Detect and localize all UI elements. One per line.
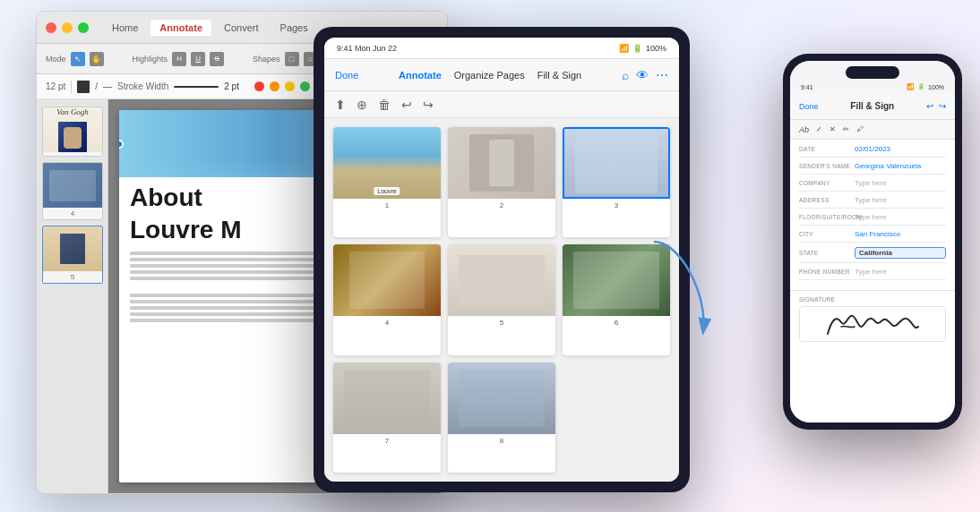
iphone-battery-icon: 🔋 [917, 83, 925, 90]
minimize-button[interactable] [62, 22, 73, 33]
thumb-4-image [43, 163, 102, 208]
ipad-page-num-5: 5 [448, 316, 555, 329]
form-row-phone: PHONE NUMBER Type here [799, 268, 946, 280]
selection-handle[interactable] [119, 140, 124, 149]
ipad-thumb-1-image: Louvre [333, 127, 441, 199]
tab-convert[interactable]: Convert [215, 20, 268, 36]
ipad-thumb-1[interactable]: Louvre 1 [333, 127, 441, 237]
ipad-eye-icon[interactable]: 👁 [636, 68, 649, 82]
ipad-time: 9:41 Mon Jun 22 [337, 44, 397, 53]
iphone-notch [790, 61, 955, 81]
highlight-icon[interactable]: H [172, 52, 186, 66]
color-red[interactable] [254, 81, 264, 91]
ipad-thumb-7[interactable]: 7 [333, 363, 441, 473]
thumb-page-5[interactable]: 5 [42, 226, 103, 284]
iphone-app: 9:41 📶 🔋 100% Done Fill & Sign ↩ ↪ Ab ✓ … [783, 54, 962, 430]
ipad-redo-icon[interactable]: ↪ [423, 98, 434, 112]
form-value-sender[interactable]: Georgina Valenzuela [855, 162, 946, 170]
form-value-date[interactable]: 02/01/2023 [855, 145, 946, 153]
ipad-thumb-2[interactable]: 2 [448, 127, 555, 237]
thumb-page-4[interactable]: 4 [42, 162, 103, 220]
ipad-insert-icon[interactable]: ⊕ [357, 98, 367, 112]
vg-face [64, 127, 82, 149]
ipad-trash-icon[interactable]: 🗑 [378, 98, 391, 112]
thumb-4-content [49, 170, 97, 201]
hand-icon[interactable]: ✋ [90, 52, 104, 66]
color-yellow[interactable] [285, 81, 295, 91]
rect-icon[interactable]: □ [285, 52, 299, 66]
iphone-time: 9:41 [801, 84, 813, 90]
form-value-floor[interactable]: Type here [855, 213, 946, 221]
ipad-page-num-8: 8 [448, 434, 555, 448]
form-row-city: CITY San Francisco [799, 230, 946, 243]
thumb-5-art [43, 226, 102, 271]
ab-icon[interactable]: Ab [799, 125, 809, 134]
iphone-stamp-sub-icon[interactable]: 🖊 [856, 125, 864, 133]
ipad-nav-fill[interactable]: Fill & Sign [537, 70, 582, 81]
iphone-status-bar: 9:41 📶 🔋 100% [790, 81, 955, 93]
tab-home[interactable]: Home [103, 20, 147, 36]
ipad-more-icon[interactable]: ⋯ [656, 68, 668, 82]
iphone-pen-sub-icon[interactable]: ✏ [843, 125, 849, 133]
form-value-phone[interactable]: Type here [855, 268, 946, 276]
ipad-nav-organize[interactable]: Organize Pages [454, 70, 525, 81]
color-green[interactable] [300, 81, 310, 91]
tab-pages[interactable]: Pages [271, 20, 317, 36]
line-tool-icon[interactable]: — [103, 81, 112, 91]
fullscreen-button[interactable] [78, 22, 89, 33]
thumb-page-1[interactable]: Van Gogh [42, 107, 103, 157]
thumb-num-5: 5 [43, 271, 102, 283]
ipad-thumbnail-grid: Louvre 1 2 3 [324, 118, 679, 482]
ipad-thumb-4[interactable]: 4 [333, 244, 441, 354]
form-value-state[interactable]: California [855, 247, 946, 259]
dynamic-island [846, 66, 899, 79]
ipad-nav-bar: Done Annotate Organize Pages Fill & Sign… [324, 59, 679, 91]
menu-tabs: Home Annotate Convert Pages [103, 20, 317, 36]
stroke-width-label: Stroke Width [117, 81, 168, 91]
ipad-wifi-icon: 📶 [619, 44, 629, 53]
thumb-num-1 [43, 152, 102, 156]
signature-image[interactable] [799, 306, 946, 342]
body-line-5 [130, 277, 337, 280]
form-label-address: ADDRESS [799, 197, 855, 203]
iphone-undo-icon[interactable]: ↩ [926, 101, 933, 111]
tab-annotate[interactable]: Annotate [150, 20, 211, 36]
pen-tool-icon[interactable]: / [95, 81, 98, 91]
iphone-done-button[interactable]: Done [799, 102, 819, 111]
iphone-inner: 9:41 📶 🔋 100% Done Fill & Sign ↩ ↪ Ab ✓ … [790, 61, 955, 422]
iphone-redo-icon[interactable]: ↪ [939, 101, 946, 111]
ipad-search-icon[interactable]: ⌕ [622, 68, 629, 82]
ipad-page-num-1: 1 [333, 199, 441, 212]
arch-content [575, 132, 658, 193]
form-value-address[interactable]: Type here [855, 196, 946, 204]
form-value-city[interactable]: San Francisco [855, 230, 946, 238]
form-value-company[interactable]: Type here [855, 179, 946, 187]
signature-svg [814, 309, 931, 339]
close-button[interactable] [46, 22, 56, 33]
thumb-num-4: 4 [43, 208, 102, 219]
ipad-undo-icon[interactable]: ↩ [401, 98, 412, 112]
ipad-thumb-5[interactable]: 5 [448, 244, 555, 354]
ipad-nav-annotate[interactable]: Annotate [399, 70, 442, 81]
signature-section: SIGNATURE [790, 290, 955, 347]
form-label-phone: PHONE NUMBER [799, 269, 855, 275]
ipad-thumb-8[interactable]: 8 [448, 363, 555, 473]
stroke-width-value: 2 pt [224, 81, 239, 91]
ipad-done-button[interactable]: Done [335, 70, 358, 81]
statue-shape [489, 140, 515, 185]
ipad-thumb-5-image [448, 244, 555, 316]
cursor-icon[interactable]: ↖ [71, 52, 85, 66]
underline-icon[interactable]: U [191, 52, 205, 66]
iphone-check-icon[interactable]: ✓ [816, 125, 822, 133]
sep-stroke [71, 81, 72, 93]
iphone-wifi-icon: 📶 [907, 83, 915, 90]
ipad-thumb-3[interactable]: 3 [563, 127, 670, 237]
color-picker-icon[interactable] [77, 81, 90, 93]
iphone-close-sub-icon[interactable]: ✕ [830, 125, 836, 133]
strikethrough-icon[interactable]: S [210, 52, 224, 66]
form-row-company: COMPANY Type here [799, 179, 946, 192]
gallery-content [459, 255, 545, 305]
ipad-share-icon[interactable]: ⬆ [335, 98, 346, 112]
color-orange[interactable] [270, 81, 279, 91]
highlights-group: Highlights H U S [133, 52, 225, 66]
